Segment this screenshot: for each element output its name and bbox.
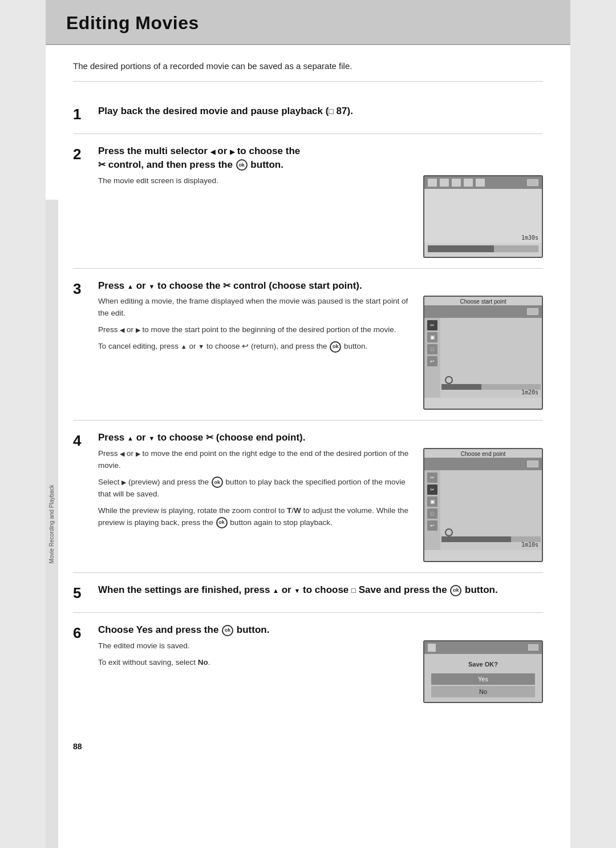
title-bar: Editing Movies	[46, 0, 570, 45]
screen-3-sidebar-4: □	[427, 508, 437, 519]
step-1-content: Play back the desired movie and pause pl…	[98, 104, 543, 123]
step-4: 4 Press or to choose ✂ (choose end point…	[73, 421, 543, 573]
screen-3-timeline	[441, 536, 541, 542]
step-4-body: Press or to move the end point on the ri…	[98, 448, 543, 562]
step-6-para-1: The edited movie is saved.	[98, 640, 413, 652]
screen-2-mockup: Choose start point ✂ ▣ □ ↩	[423, 296, 543, 410]
step-6-header: Choose Yes and press the ok button.	[98, 623, 543, 637]
step-3: 3 Press or to choose the ✂ control (choo…	[73, 269, 543, 421]
screen-1-mockup: 1m30s	[423, 175, 543, 258]
screen-2-timecode: 1m20s	[521, 389, 538, 395]
toolbar-icon-1	[428, 179, 437, 187]
screen-2-timeline	[441, 384, 541, 390]
screen-2-body: ✂ ▣ □ ↩ 1m20s	[424, 318, 542, 398]
step-5-content: When the settings are finished, press or…	[98, 583, 543, 602]
step-4-text: Press or to move the end point on the ri…	[98, 448, 413, 534]
battery-icon	[527, 179, 538, 186]
step-1-header: Play back the desired movie and pause pl…	[98, 104, 543, 118]
toolbar-icon-2	[440, 179, 449, 187]
save-yes-btn: Yes	[431, 673, 535, 685]
screen-1-toolbar	[424, 176, 542, 189]
screen-2-battery	[527, 308, 538, 315]
step-6-number: 6	[73, 623, 98, 703]
step-6: 6 Choose Yes and press the ok button. Th…	[73, 613, 543, 713]
screen-3-battery	[527, 461, 538, 467]
save-screen-body: Save OK? Yes No	[424, 654, 542, 702]
step-5-header: When the settings are finished, press or…	[98, 583, 543, 597]
step-3-screen: Choose start point ✂ ▣ □ ↩	[423, 296, 543, 410]
screen-3-sidebar-2: ✂	[427, 484, 437, 495]
step-3-para-2: Press or to move the start point to the …	[98, 324, 413, 336]
step-2-content: Press the multi selector or to choose th…	[98, 144, 543, 258]
step-4-para-3: While the preview is playing, rotate the…	[98, 505, 413, 529]
sidebar-icon-3: □	[427, 344, 437, 354]
screen-3-timecode: 1m10s	[521, 542, 538, 548]
step-5-number: 5	[73, 583, 98, 602]
screen-3-sidebar-3: ▣	[427, 496, 437, 507]
screen-3-sidebar-1: ✂	[427, 473, 437, 483]
save-ok-label: Save OK?	[431, 659, 535, 673]
step-2: 2 Press the multi selector or to choose …	[73, 134, 543, 269]
screen-2-timeline-fill	[441, 384, 481, 390]
step-3-body: When editing a movie, the frame displaye…	[98, 296, 543, 410]
step-3-text: When editing a movie, the frame displaye…	[98, 296, 413, 357]
screen-3-toolbar	[424, 458, 542, 470]
screen-1-timecode: 1m30s	[521, 235, 538, 241]
step-6-text: The edited movie is saved. To exit witho…	[98, 640, 413, 673]
step-2-number: 2	[73, 144, 98, 258]
screen-1-timeline-fill	[428, 245, 494, 252]
step-5: 5 When the settings are finished, press …	[73, 573, 543, 613]
screen-3-sidebar-5: ↩	[427, 520, 437, 531]
intro-text: The desired portions of a recorded movie…	[73, 61, 543, 82]
screen-3-content: 1m10s	[440, 470, 542, 550]
step-2-screen: 1m30s	[423, 175, 543, 258]
step-6-body: The edited movie is saved. To exit witho…	[98, 640, 543, 703]
sidebar-icon-1: ✂	[427, 320, 437, 330]
sidebar-label: Movie Recording and Playback	[49, 484, 55, 563]
step-4-screen: Choose end point ✂ ✂ ▣ □ ↩	[423, 448, 543, 562]
step-6-content: Choose Yes and press the ok button. The …	[98, 623, 543, 703]
step-4-number: 4	[73, 431, 98, 562]
step-1-number: 1	[73, 104, 98, 123]
sidebar-label-area: Movie Recording and Playback	[46, 200, 58, 848]
step-3-number: 3	[73, 279, 98, 410]
step-3-para-1: When editing a movie, the frame displaye…	[98, 296, 413, 320]
screen-3-mockup: Choose end point ✂ ✂ ▣ □ ↩	[423, 448, 543, 562]
toolbar-icon-5	[476, 179, 485, 187]
step-2-header: Press the multi selector or to choose th…	[98, 144, 543, 172]
screen-1-main: 1m30s	[424, 189, 542, 243]
screen-2-sidebar: ✂ ▣ □ ↩	[424, 318, 440, 398]
page-title: Editing Movies	[66, 13, 550, 34]
step-2-text: The movie edit screen is displayed.	[98, 175, 413, 192]
screen-3-body: ✂ ✂ ▣ □ ↩ 1m10s	[424, 470, 542, 550]
step-4-content: Press or to choose ✂ (choose end point).…	[98, 431, 543, 562]
step-3-header: Press or to choose the ✂ control (choose…	[98, 279, 543, 293]
step-6-screen: Save OK? Yes No	[423, 640, 543, 703]
toolbar-icon-3	[452, 179, 461, 187]
screen-2-content: 1m20s	[440, 318, 542, 398]
step-2-para-1: The movie edit screen is displayed.	[98, 175, 413, 187]
sidebar-icon-2: ▣	[427, 332, 437, 342]
step-1: 1 Play back the desired movie and pause …	[73, 94, 543, 134]
step-4-para-1: Press or to move the end point on the ri…	[98, 448, 413, 472]
screen-3-label: Choose end point	[424, 449, 542, 458]
save-screen-battery	[528, 644, 538, 651]
screen-3-timeline-fill	[441, 536, 511, 542]
step-4-header: Press or to choose ✂ (choose end point).	[98, 431, 543, 445]
step-3-para-3: To cancel editing, press or to choose ↩ …	[98, 341, 413, 353]
save-screen-top	[424, 641, 542, 654]
screen-2-label: Choose start point	[424, 297, 542, 305]
page: Editing Movies The desired portions of a…	[46, 0, 570, 848]
content-area: The desired portions of a recorded movie…	[46, 45, 570, 736]
save-screen-icon	[428, 644, 436, 652]
screen-1-timeline	[428, 245, 538, 252]
save-no-btn: No	[431, 686, 535, 697]
page-number: 88	[46, 736, 570, 757]
screen-2-toolbar	[424, 305, 542, 318]
step-6-para-2: To exit without saving, select No.	[98, 657, 413, 669]
save-screen-mockup: Save OK? Yes No	[423, 640, 543, 703]
toolbar-icon-4	[464, 179, 473, 187]
screen-3-sidebar: ✂ ✂ ▣ □ ↩	[424, 470, 440, 550]
step-3-content: Press or to choose the ✂ control (choose…	[98, 279, 543, 410]
sidebar-icon-4: ↩	[427, 356, 437, 366]
